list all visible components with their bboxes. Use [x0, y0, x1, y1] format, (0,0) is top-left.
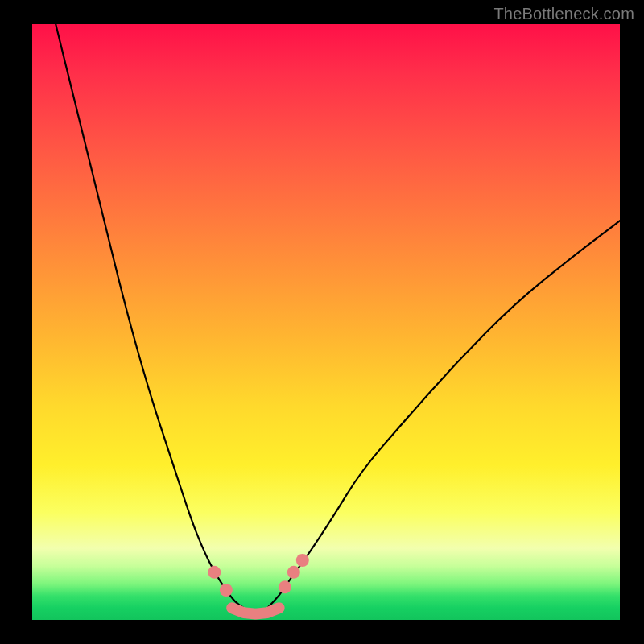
- data-marker: [220, 584, 233, 597]
- data-marker: [279, 580, 291, 593]
- marker-group: [208, 554, 309, 597]
- chart-frame: TheBottleneck.com: [0, 0, 644, 644]
- right-curve: [267, 221, 620, 608]
- left-curve: [56, 24, 244, 608]
- watermark-text: TheBottleneck.com: [493, 5, 634, 23]
- plot-area: [32, 24, 620, 620]
- data-marker: [296, 554, 309, 567]
- curve-layer: [32, 24, 620, 620]
- data-marker: [208, 566, 221, 579]
- data-marker: [287, 566, 300, 579]
- valley-floor: [232, 608, 279, 613]
